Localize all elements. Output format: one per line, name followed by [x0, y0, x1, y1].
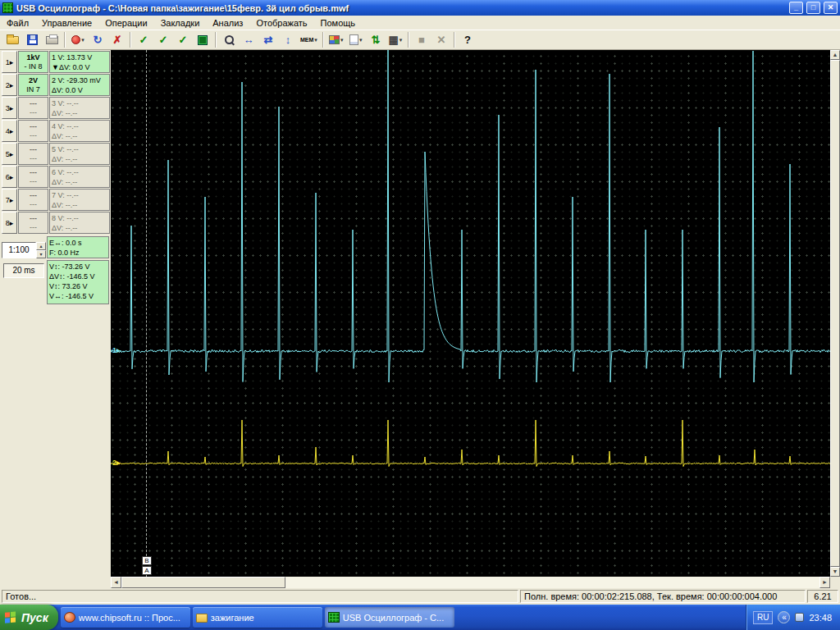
- logo-square: [11, 617, 16, 623]
- voltage-value: 7 V: --.--: [52, 190, 107, 200]
- channel-6-range[interactable]: ------: [18, 166, 48, 188]
- task-label: зажигание: [211, 613, 254, 623]
- minimize-button[interactable]: _: [789, 2, 803, 14]
- horizontal-scrollbar[interactable]: ◄ ►: [111, 577, 830, 588]
- probe-ratio-down-button[interactable]: ▾: [36, 250, 46, 258]
- channel-5-button[interactable]: 5▸: [2, 143, 17, 165]
- taskbar-button-folder[interactable]: зажигание: [193, 607, 322, 628]
- save-file-button[interactable]: [22, 31, 42, 49]
- taskbar-button-browser[interactable]: www.chipsoft.ru :: Прос...: [61, 607, 190, 628]
- fit-horizontal-button[interactable]: ↔: [239, 31, 258, 49]
- memory-button[interactable]: МЕМ▾: [298, 31, 320, 49]
- marker-a[interactable]: A: [142, 566, 152, 575]
- channel-6-button[interactable]: 6▸: [2, 166, 17, 188]
- channel-2-marker[interactable]: 2▸: [112, 459, 121, 467]
- channel-4-range[interactable]: ------: [18, 120, 48, 142]
- refresh-button[interactable]: ↻: [88, 31, 107, 49]
- check-signal-1-button[interactable]: ✓: [134, 31, 153, 49]
- range-value: ---: [30, 122, 37, 131]
- timebase-selector[interactable]: 20 ms: [3, 263, 44, 278]
- channel-1-button[interactable]: 1▸: [2, 51, 17, 73]
- channel-1-range[interactable]: 1kV- IN 8: [18, 51, 48, 73]
- signal-window-button[interactable]: [193, 31, 212, 49]
- check-signal-2-button[interactable]: ✓: [153, 31, 173, 49]
- menu-item-bookmarks[interactable]: Закладки: [154, 16, 207, 30]
- scroll-arrows-icon: ⇄: [264, 34, 273, 46]
- delta-voltage-value: ΔV: --.--: [52, 200, 107, 210]
- menu-item-file[interactable]: Файл: [0, 16, 35, 30]
- range-value: 1kV: [26, 53, 39, 62]
- channel-2-row: 2▸2VIN 72 V: -29.30 mVΔV: 0.0 V: [2, 74, 110, 96]
- scroll-mode-button[interactable]: ⇄: [258, 31, 278, 49]
- zoom-auto-button[interactable]: [219, 31, 239, 49]
- tray-expand-button[interactable]: «: [778, 611, 790, 623]
- channel-7-range[interactable]: ------: [18, 189, 48, 211]
- probe-ratio-input[interactable]: 1:100: [2, 242, 36, 258]
- menu-item-operations[interactable]: Операции: [98, 16, 153, 30]
- oscilloscope-display[interactable]: B A 1▸ 2▸: [111, 50, 830, 577]
- close-button[interactable]: ✕: [824, 2, 838, 14]
- channel-3-button[interactable]: 3▸: [2, 97, 17, 119]
- signal-window-icon: [198, 35, 208, 45]
- toolbar-separator: [322, 32, 324, 48]
- menu-item-analysis[interactable]: Анализ: [206, 16, 249, 30]
- channel-4-button[interactable]: 4▸: [2, 120, 17, 142]
- input-label: ---: [30, 200, 37, 209]
- scroll-right-button[interactable]: ►: [819, 577, 830, 588]
- delete-fragment-button[interactable]: ✗: [107, 31, 127, 49]
- tray-device-icon[interactable]: [795, 613, 804, 622]
- maximize-button[interactable]: □: [806, 2, 820, 14]
- menu-item-display[interactable]: Отображать: [249, 16, 313, 30]
- cursor-dv: ΔV↕: -146.5 V: [49, 272, 107, 281]
- menu-item-control[interactable]: Управление: [35, 16, 98, 30]
- voltage-value: 4 V: --.--: [52, 121, 107, 131]
- start-button[interactable]: Пуск: [0, 605, 58, 630]
- language-indicator[interactable]: RU: [753, 611, 773, 624]
- delta-voltage-value: ΔV: --.--: [52, 154, 107, 164]
- marker-b[interactable]: B: [142, 556, 152, 565]
- sort-button[interactable]: ⇅: [366, 31, 386, 49]
- print-button[interactable]: [42, 31, 62, 49]
- help-button[interactable]: ?: [458, 31, 477, 49]
- toolbar-separator: [408, 32, 409, 48]
- voltage-value: 3 V: --.--: [52, 98, 107, 108]
- record-button[interactable]: ▾: [68, 31, 88, 49]
- grid-button[interactable]: ▦▾: [386, 31, 405, 49]
- toolbar: ▾↻✗✓✓✓↔⇄↕МЕМ▾▾▾⇅▦▾■✕?: [0, 30, 840, 50]
- channel-5-range[interactable]: ------: [18, 143, 48, 165]
- task-label: www.chipsoft.ru :: Прос...: [79, 613, 180, 623]
- channel-2-range[interactable]: 2VIN 7: [18, 74, 48, 96]
- channel-8-button[interactable]: 8▸: [2, 212, 17, 234]
- channel-1-marker[interactable]: 1▸: [112, 346, 121, 354]
- time-cursor-line[interactable]: [146, 50, 147, 577]
- fit-vertical-button[interactable]: ↕: [278, 31, 298, 49]
- channel-3-range[interactable]: ------: [18, 97, 48, 119]
- channel-2-button[interactable]: 2▸: [2, 74, 17, 96]
- scroll-up-button[interactable]: ▲: [830, 50, 840, 60]
- scroll-down-button[interactable]: ▼: [830, 567, 840, 577]
- channel-7-button[interactable]: 7▸: [2, 189, 17, 211]
- delete-cross-icon: ✗: [113, 34, 122, 46]
- taskbar-button-scope[interactable]: USB Осциллограф - C...: [325, 607, 454, 628]
- status-version: 6.21: [807, 590, 838, 603]
- horizontal-scroll-thumb[interactable]: [121, 577, 285, 588]
- vertical-scrollbar[interactable]: ▲ ▼: [830, 50, 840, 577]
- scroll-left-button[interactable]: ◄: [111, 577, 121, 588]
- printer-icon: [46, 36, 58, 44]
- taskbar-tasks: www.chipsoft.ru :: Прос...зажиганиеUSB О…: [58, 605, 454, 630]
- status-time: Полн. время: 00:00:02:215.088, Тек. врем…: [520, 590, 806, 603]
- channel-7-measure: 7 V: --.--ΔV: --.--: [49, 189, 110, 211]
- titlebar: USB Осциллограф - C:\Новая папка\зажиган…: [0, 0, 840, 16]
- menu-item-help[interactable]: Помощь: [314, 16, 363, 30]
- check-signal-3-button[interactable]: ✓: [173, 31, 193, 49]
- vertical-scroll-thumb[interactable]: [830, 60, 840, 567]
- input-label: ---: [30, 223, 37, 232]
- open-file-button[interactable]: [2, 31, 22, 49]
- delta-voltage-value: ▼ΔV: 0.0 V: [52, 62, 107, 72]
- channel-panel: 1▸1kV- IN 81 V: 13.73 V▼ΔV: 0.0 V2▸2VIN …: [0, 50, 111, 577]
- probe-ratio-up-button[interactable]: ▴: [36, 242, 46, 250]
- voltage-value: 2 V: -29.30 mV: [52, 75, 107, 85]
- display-mode-button[interactable]: ▾: [326, 31, 346, 49]
- report-button[interactable]: ▾: [346, 31, 366, 49]
- channel-8-range[interactable]: ------: [18, 212, 48, 234]
